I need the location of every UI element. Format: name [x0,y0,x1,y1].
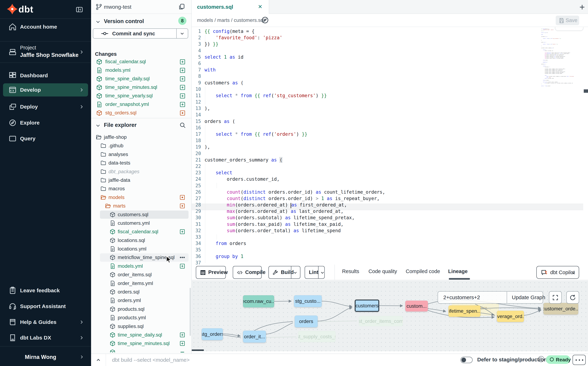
tree-item-partial[interactable] [91,348,191,352]
refresh-button[interactable] [566,291,579,304]
lineage-search-input[interactable]: 2+customers+2 [443,294,480,300]
chevron-down-icon[interactable] [293,270,298,275]
file-explorer-header[interactable]: File explorer [91,120,191,131]
sidebar-item-develop[interactable]: Develop [3,83,88,97]
tree-item-time-spine-daily-sql[interactable]: time_spine_daily.sql [91,331,191,339]
lineage-node-customer-orde-[interactable]: customer_orde... [543,303,578,314]
stage-add-icon[interactable] [179,59,186,65]
tree-item-analyses[interactable]: analyses [91,150,191,159]
tree-item--github[interactable]: .github [91,141,191,150]
save-button[interactable]: Save [556,16,579,25]
sidebar-item-project[interactable]: Project Jaffle Shop Snowflake [0,42,91,62]
tree-item-models[interactable]: models [91,193,191,202]
modified-dot-icon[interactable] [179,110,186,116]
lineage-node-ecom-raw-cu-[interactable]: ecom.raw_cu... [243,295,274,307]
tree-item-products-sql[interactable]: products.sql [91,305,191,313]
tree-item-macros[interactable]: macros [91,184,191,193]
lineage-node-stg-orders[interactable]: stg_orders [202,328,223,340]
stage-add-icon[interactable] [179,76,186,82]
commit-and-sync-button[interactable]: Commit and sync [93,28,188,38]
compass-icon[interactable] [261,16,269,24]
tree-item-customers-yml[interactable]: customers.yml [91,219,191,227]
lineage-node-test-supply-costs-s-[interactable]: test_supply_costs_s... [298,331,335,342]
defer-toggle[interactable] [461,357,473,363]
branch-name[interactable]: mwong-test [104,4,131,10]
lint-button[interactable]: Lint [305,266,325,279]
change-row[interactable]: time_spine_minutes.sql [91,83,191,92]
change-row[interactable]: models.yml [91,66,191,75]
tree-item-locations-sql[interactable]: locations.sql [91,236,191,245]
sidebar-item-account-home[interactable]: Account home [0,19,91,35]
ready-status-badge[interactable]: Ready [546,355,570,364]
sidebar-item-help-guides[interactable]: Help & Guides [0,314,91,330]
change-row[interactable]: time_spine_yearly.sql [91,92,191,100]
tree-item-orders-sql[interactable]: orders.sql [91,288,191,296]
stage-add-icon[interactable] [179,340,185,346]
lineage-graph[interactable]: count_lifetim...ecom.raw_cu...stg_custo.… [192,281,588,351]
change-row[interactable]: fiscal_calendar.sql [91,58,191,66]
version-control-header[interactable]: Version control 8 [91,16,191,27]
more-options-icon[interactable] [179,254,185,260]
tree-item-metricflow-time-spine-sql[interactable]: metricflow_time_spine.sql [91,253,191,262]
command-input[interactable]: dbt build --select <model_name> [112,357,190,363]
search-icon[interactable] [179,122,186,129]
stage-add-icon[interactable] [179,332,185,338]
tree-item-supplies-sql[interactable]: supplies.sql [91,322,191,331]
tree-item-jaffle-shop[interactable]: jaffle-shop [91,133,191,141]
stage-add-icon[interactable] [179,84,186,91]
chevron-down-icon[interactable] [179,31,185,36]
tab-code-quality[interactable]: Code quality [368,268,397,274]
change-row[interactable]: order_snapshot.yml [91,100,191,109]
copy-icon[interactable] [178,3,186,11]
change-row[interactable]: time_spine_daily.sql [91,75,191,83]
stage-add-icon[interactable] [179,263,185,269]
lineage-node-orders[interactable]: orders [295,316,318,327]
compile-button[interactable]: Compile [233,266,262,279]
tree-item-order-items-sql[interactable]: order_items.sql [91,270,191,279]
fullscreen-button[interactable] [549,291,562,304]
lineage-node-customers[interactable]: customers [355,299,379,312]
editor-scrollbar[interactable] [584,89,588,93]
chevron-down-icon[interactable] [320,270,325,275]
sidebar-item-explore[interactable]: Explore [0,115,91,131]
stage-add-icon[interactable] [179,67,186,74]
tree-item-fiscal-calendar-sql[interactable]: fiscal_calendar.sql [91,227,191,236]
code-content[interactable]: {{ config(meta = { 'favorite_food': 'piz… [205,28,385,265]
stage-add-icon[interactable] [179,93,186,99]
lineage-hscrollbar[interactable] [192,350,204,351]
sidebar-item-query[interactable]: Query [0,130,91,147]
lineage-node-custom-[interactable]: custom... [405,301,428,312]
lineage-node-average-ord-[interactable]: average_ord... [497,311,524,322]
preview-button[interactable]: Preview [196,266,226,279]
tree-item-order-items-yml[interactable]: order_items.yml [91,279,191,288]
build-button[interactable]: Build [268,266,300,279]
lineage-node-order-it-[interactable]: order_it... [243,331,266,343]
lineage-node-stg-custo-[interactable]: stg_custo... [294,295,322,307]
tab-lineage[interactable]: Lineage [448,268,468,274]
tree-item-marts[interactable]: marts [91,202,191,210]
lineage-node-test-order-items-com-[interactable]: test_order_items_com... [359,316,403,326]
tree-item-jaffle-data[interactable]: jaffle-data [91,176,191,184]
lineage-node-lifetime-spen-[interactable]: lifetime_spen... [448,305,480,317]
tree-item-orders-yml[interactable]: orders.yml [91,296,191,305]
caret-up-icon[interactable] [95,357,102,364]
panel-scrollbar[interactable] [190,288,191,336]
minimap[interactable]: {{ config(meta = { 'favorite_food': 'piz… [541,28,583,261]
close-icon[interactable]: ✕ [258,4,262,10]
tree-item-models-yml[interactable]: models.yml [91,262,191,270]
stage-add-icon[interactable] [179,229,185,235]
sidebar-item-leave-feedback[interactable]: Leave feedback [0,282,91,298]
new-tab-button[interactable]: + [580,2,585,12]
tree-item-products-yml[interactable]: products.yml [91,313,191,322]
change-row[interactable]: stg_orders.sql [91,109,191,117]
stage-add-icon[interactable] [179,101,186,108]
code-editor[interactable]: 1234567891011121314151617181920212223242… [192,27,588,265]
tab-customers-sql[interactable]: customers.sql ✕ [192,0,269,14]
sidebar-user-row[interactable]: Mirna Wong [0,348,91,364]
sidebar-collapse-icon[interactable] [75,6,83,14]
sidebar-item-dashboard[interactable]: Dashboard [0,68,91,84]
tree-item-locations-yml[interactable]: locations.yml [91,245,191,253]
unstage-icon[interactable] [179,349,185,352]
sidebar-item-support-assistant[interactable]: Support Assistant [0,298,91,314]
tree-item-customers-sql[interactable]: customers.sql [91,210,191,219]
